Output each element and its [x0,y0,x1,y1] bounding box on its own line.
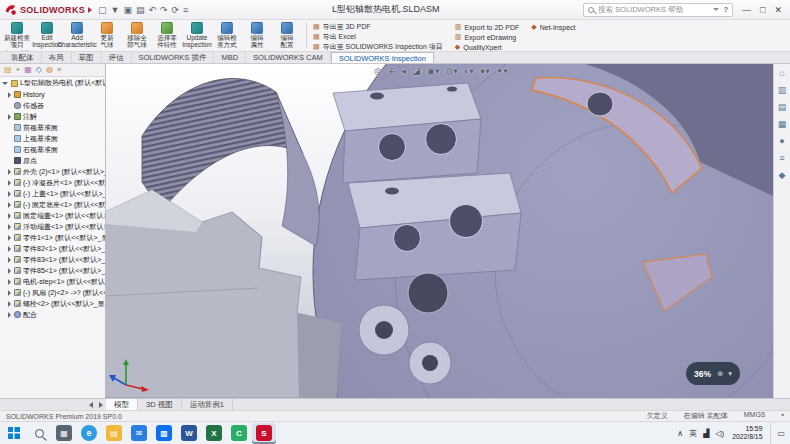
export-edrawing-button[interactable]: ▥ Export eDrawing [453,32,521,42]
tree-item[interactable]: (-) 固定底座<1> (默认<<默认>_显示状态>) [0,199,105,210]
save-icon[interactable]: ▣ [123,5,132,15]
view-palette-icon[interactable]: ▦ [778,119,787,129]
select-part-features-button[interactable]: 选择零 件特性 [152,21,182,50]
custom-properties-icon[interactable]: ≡ [779,153,784,163]
pill-options-icon[interactable]: ▾ [728,369,732,378]
task-view-button[interactable]: ▦ [52,423,76,444]
zoom-fit-icon[interactable]: ◎ [374,66,382,76]
expand-arrow-icon[interactable] [2,82,8,85]
tab-scroll-left-icon[interactable] [86,399,96,410]
undo-icon[interactable]: ↶ [148,5,156,15]
forum-icon[interactable]: ◆ [779,170,786,180]
edit-inspection-method-button[interactable]: 编辑检 查方式 [212,21,242,50]
tree-item[interactable]: 原点 [0,155,105,166]
tree-item[interactable]: 配合 [0,309,105,320]
redo-icon[interactable]: ↷ [160,5,168,15]
excel-icon[interactable]: X [202,423,226,444]
options-icon[interactable]: ≡ [183,5,188,15]
store-icon[interactable]: ▩ [152,423,176,444]
home-icon[interactable]: ⌂ [779,68,784,78]
tab-addins[interactable]: SOLIDWORKS 插件 [132,52,215,63]
export-excel-button[interactable]: ▤ 导出 Excel [311,32,445,42]
solidworks-logo[interactable]: SOLIDWORKS [5,4,92,16]
add-characteristic-button[interactable]: Add Characteristic [62,21,92,50]
volume-icon[interactable]: ◁) [715,429,724,438]
qualityxpert-button[interactable]: ◆ QualityXpert [453,42,521,52]
new-inspection-project-button[interactable]: 新建检查 项目 (emp:ht) [2,21,32,50]
net-inspect-button[interactable]: ◆ Net-Inspect [529,22,577,32]
expand-arrow-icon[interactable] [8,191,11,197]
edit-configuration-button[interactable]: 编辑 配置 [272,21,302,50]
tree-item[interactable]: History [0,89,105,100]
expand-arrow-icon[interactable] [8,246,11,252]
expand-arrow-icon[interactable] [8,301,11,307]
expand-arrow-icon[interactable] [8,268,11,274]
ime-language-indicator[interactable]: 英 [689,428,697,439]
tab-cam[interactable]: SOLIDWORKS CAM [246,52,331,63]
expand-arrow-icon[interactable] [8,224,11,230]
help-search-box[interactable]: 搜索 SOLIDWORKS 帮助 ? [583,3,733,17]
display-style-icon[interactable]: ◍▾ [445,66,457,76]
tree-item[interactable]: 前视基准面 [0,122,105,133]
appearances-icon[interactable]: ● [779,136,784,146]
solidworks-icon[interactable]: S [252,423,276,444]
menu-expand-icon[interactable] [88,7,92,13]
search-button[interactable] [27,423,51,444]
rebuild-icon[interactable]: ⟳ [172,5,180,15]
magnify-icon[interactable]: ⊕ [717,369,723,378]
zoom-indicator[interactable]: 36% ⊕▾ [686,362,740,385]
print-icon[interactable]: ▤ [136,5,145,15]
start-button[interactable] [2,423,26,444]
tree-item[interactable]: 零件85<1> (默认<<默认>_显示状态>) [0,265,105,276]
tree-item[interactable]: 固定端盖<1> (默认<<默认>_显示状态>) [0,210,105,221]
word-icon[interactable]: W [177,423,201,444]
file-explorer-icon[interactable]: ▤ [102,423,126,444]
tree-item[interactable]: 螺栓<2> (默认<<默认>_显示状态>) [0,298,105,309]
previous-view-icon[interactable]: ◂ [401,66,406,76]
tab-assembly[interactable]: 装配体 [4,52,42,63]
view-settings-icon[interactable]: ✦▾ [496,66,508,76]
tree-item[interactable]: 浮动端盖<1> (默认<<默认>_显示状态>) [0,221,105,232]
3d-model[interactable] [0,64,790,398]
displaymanager-tab[interactable]: ◍ [46,66,53,74]
tree-item[interactable]: 右视基准面 [0,144,105,155]
expand-arrow-icon[interactable] [8,257,11,263]
search-dropdown-icon[interactable] [713,8,719,11]
design-library-icon[interactable]: ▥ [778,85,787,95]
tree-item[interactable]: 传感器 [0,100,105,111]
tab-inspection[interactable]: SOLIDWORKS Inspection [331,52,434,63]
tab-layout[interactable]: 布局 [42,52,72,63]
tab-sketch[interactable]: 草图 [72,52,102,63]
export-2d-pdf-button[interactable]: ▥ Export to 2D PDF [453,22,521,32]
tree-item[interactable]: 电机-step<1> (默认<<默认>_显示状态>) [0,276,105,287]
tree-item[interactable]: 注解 [0,111,105,122]
expand-arrow-icon[interactable] [8,114,11,120]
remove-all-balloons-button[interactable]: 移除全 部气球 [122,21,152,50]
hide-show-items-icon[interactable]: ◐▾ [464,66,474,76]
tree-item[interactable]: 外壳 (2)<1> (默认<<默认>_显示状态>) [0,166,105,177]
taskbar-clock[interactable]: 15:59 2022/8/15 [732,425,762,442]
mail-icon[interactable]: ✉ [127,423,151,444]
tree-item[interactable]: 上视基准面 [0,133,105,144]
maximize-button[interactable]: □ [760,5,765,15]
edit-properties-button[interactable]: 编辑 属性 [242,21,272,50]
expand-arrow-icon[interactable] [8,235,11,241]
tree-root[interactable]: L型铝轴散热电机 (默认<默认_显示状态-1>) [0,77,105,89]
export-3d-pdf-button[interactable]: ▤ 导出至 3D PDF [311,22,445,32]
tree-item[interactable]: (-) 风扇 (2)<2> ->? (默认<<默认>_显示状态>) [0,287,105,298]
tree-item[interactable]: (-) 上盖<1> (默认<<默认>_显示状态>) [0,188,105,199]
open-document-icon[interactable]: ▼ [111,5,120,15]
panel-overflow-tab[interactable]: » [57,66,61,74]
tray-expand-icon[interactable]: ∧ [677,429,683,438]
close-button[interactable]: ✕ [774,5,782,15]
expand-arrow-icon[interactable] [8,202,11,208]
wechat-icon[interactable]: C [227,423,251,444]
tab-mbd[interactable]: MBD [214,52,246,63]
expand-arrow-icon[interactable] [8,169,11,175]
expand-arrow-icon[interactable] [8,213,11,219]
tree-item[interactable]: 零件83<1> (默认<<默认>_显示状态>) [0,254,105,265]
section-view-icon[interactable]: ◪ [412,66,421,76]
expand-arrow-icon[interactable] [8,279,11,285]
network-icon[interactable]: ▟ [703,429,709,438]
help-icon[interactable]: ? [723,5,728,14]
